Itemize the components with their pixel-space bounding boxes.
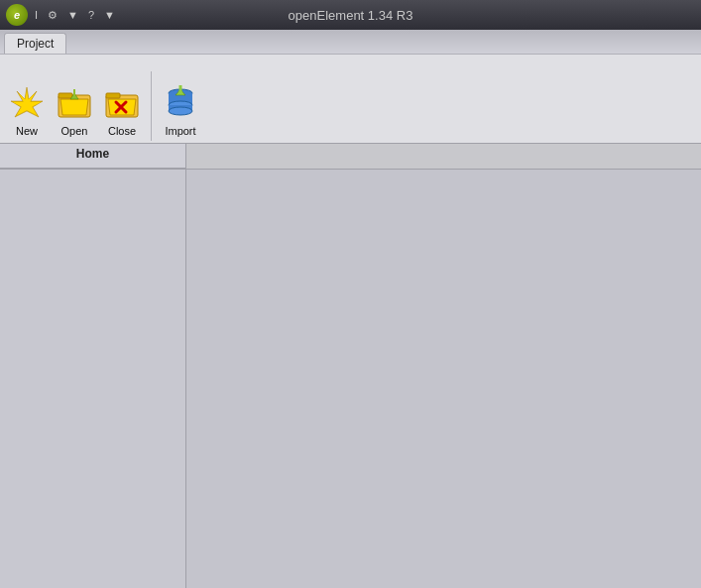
title-bar: e I ⚙ ▼ ? ▼ openElement 1.34 R3	[0, 0, 701, 30]
svg-point-16	[169, 107, 192, 115]
import-button[interactable]: Import	[158, 81, 203, 141]
main-area	[0, 170, 701, 588]
help-dropdown-icon[interactable]: ▼	[101, 7, 118, 23]
app-logo: e	[6, 4, 28, 26]
help-icon[interactable]: ?	[85, 7, 97, 23]
svg-marker-1	[13, 91, 41, 115]
close-label: Close	[108, 125, 136, 137]
settings-icon[interactable]: ⚙	[45, 7, 60, 24]
import-label: Import	[165, 125, 195, 137]
settings-dropdown-icon[interactable]: ▼	[64, 7, 81, 23]
content-area	[186, 170, 701, 588]
svg-marker-4	[60, 99, 88, 115]
import-icon	[163, 85, 198, 121]
ribbon: Project New	[0, 30, 701, 144]
ribbon-buttons-group: New Open	[4, 71, 203, 141]
tab-project[interactable]: Project	[4, 33, 66, 54]
close-button[interactable]: Close	[99, 81, 145, 141]
ribbon-content: New Open	[0, 54, 701, 143]
app-title: openElement 1.34 R3	[289, 8, 413, 23]
new-button[interactable]: New	[4, 81, 50, 141]
svg-rect-18	[179, 85, 182, 93]
svg-rect-6	[73, 89, 75, 97]
left-panel	[0, 170, 186, 588]
close-icon	[104, 85, 140, 121]
svg-rect-8	[106, 93, 120, 98]
home-panel-header: Home	[0, 144, 186, 169]
new-label: New	[16, 125, 38, 137]
open-button[interactable]: Open	[52, 81, 97, 141]
new-icon	[9, 85, 45, 121]
svg-rect-3	[58, 93, 72, 98]
titlebar-i-label: I	[32, 7, 41, 23]
ribbon-divider	[151, 71, 152, 141]
ribbon-tabs: Project	[0, 30, 701, 54]
open-icon	[57, 85, 92, 121]
app-logo-letter: e	[14, 9, 20, 21]
open-label: Open	[61, 125, 88, 137]
